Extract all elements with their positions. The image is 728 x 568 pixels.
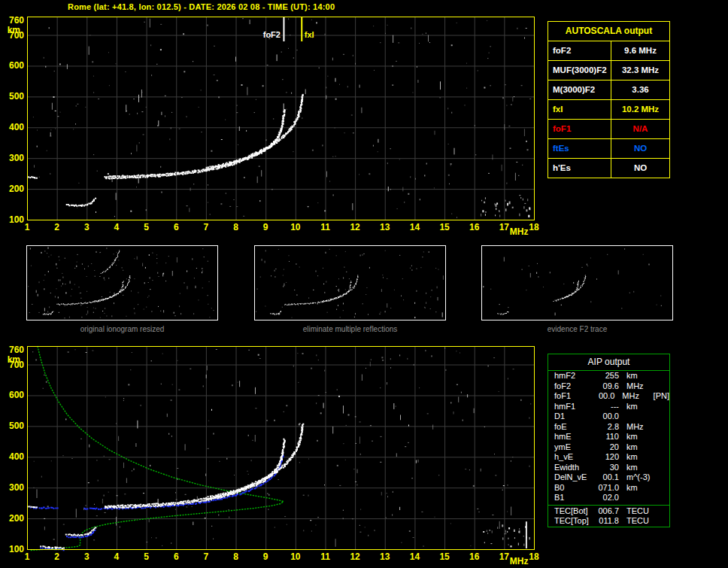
fxI-marker: fxI (302, 17, 314, 41)
aip-table-title: AIP output (548, 354, 669, 371)
autoscaled-trace (30, 454, 284, 551)
aip-row-tectop: TEC[Top]011.8TECU (548, 516, 669, 527)
aip-unit: MHz (614, 391, 651, 402)
x-axis-ticks: 123456789101112131415161718MHz (25, 551, 539, 566)
svg-text:300: 300 (9, 153, 24, 163)
aip-value: 255 (593, 371, 619, 381)
svg-text:1: 1 (25, 222, 30, 232)
autoscala-row-fxi: fxI10.2 MHz (548, 99, 669, 119)
aip-row-hve: h_vE120km (548, 452, 669, 463)
aip-row-yme: ymE20km (548, 442, 669, 453)
aip-name: h_vE (554, 452, 593, 463)
aip-unit: TECU (619, 506, 658, 517)
aip-value: 20 (593, 442, 619, 453)
parameter-label: foF2 (548, 41, 611, 60)
parameter-value: 10.2 MHz (611, 100, 669, 119)
y-axis-ticks: 760700600500400300200100km (8, 15, 25, 225)
svg-text:4: 4 (114, 222, 120, 232)
aip-value: 110 (593, 432, 619, 442)
aip-value: 071.0 (593, 483, 619, 494)
aip-row-tecbot: TEC[Bot]006.7TECU (548, 506, 669, 517)
thumbnail-plot-1 (27, 246, 218, 320)
aip-extra (658, 371, 660, 381)
aip-value: --- (593, 402, 619, 412)
aip-unit: km (619, 442, 658, 453)
aip-unit: km (619, 483, 658, 494)
svg-text:12: 12 (350, 222, 360, 232)
aip-name: foF1 (554, 391, 591, 402)
svg-text:760: 760 (9, 345, 24, 355)
aip-value: 011.8 (593, 516, 619, 527)
svg-text:7: 7 (204, 551, 209, 562)
parameter-label: h'Es (548, 159, 611, 178)
svg-text:13: 13 (380, 222, 390, 232)
aip-name: foE (554, 422, 593, 433)
aip-row-foe: foE2.8MHz (548, 422, 669, 433)
svg-text:5: 5 (144, 222, 149, 232)
autoscala-app: 123456789101112131415161718MHz7607006005… (0, 0, 728, 568)
aip-extra (658, 402, 660, 412)
thumbnail-caption-eliminate: eliminate multiple reflections (254, 325, 446, 333)
aip-name: hmF2 (554, 371, 593, 381)
svg-text:16: 16 (469, 551, 480, 562)
autoscala-row-m3000f2: M(3000)F23.36 (548, 80, 669, 99)
aip-extra (658, 442, 660, 453)
grid (27, 17, 534, 220)
parameter-value: 3.36 (611, 80, 669, 99)
autoscala-row-fof2: foF29.6 MHz (548, 41, 669, 60)
aip-value: 006.7 (593, 506, 619, 517)
svg-text:200: 200 (9, 184, 24, 194)
aip-table-rows: hmF2255kmfoF209.6MHzfoF100.0MHz[PN]hmF1-… (548, 371, 669, 503)
aip-unit: km (619, 452, 658, 463)
svg-text:600: 600 (9, 390, 24, 400)
thumbnail-caption-evidence: evidence F2 trace (481, 325, 673, 333)
aip-row-ewidth: Ewidth30km (548, 463, 669, 473)
svg-text:11: 11 (320, 551, 330, 562)
aip-name: Ewidth (554, 463, 593, 473)
svg-text:400: 400 (9, 451, 24, 462)
aip-value: 09.6 (593, 381, 619, 392)
noise-layer (33, 18, 531, 218)
aip-unit: m^(-3) (619, 472, 658, 483)
aip-extra (658, 516, 660, 527)
aip-value: 02.0 (593, 493, 619, 503)
aip-row-fof2: foF209.6MHz (548, 381, 669, 392)
aip-extra (658, 422, 660, 433)
aip-row-fof1: foF100.0MHz[PN] (548, 391, 669, 402)
thumbnail-caption-original: original ionogram resized (26, 325, 218, 333)
aip-row-hmf2: hmF2255km (548, 371, 669, 381)
aip-name: ymE (554, 442, 593, 453)
aip-extra (658, 452, 660, 463)
parameter-value: 9.6 MHz (611, 41, 669, 60)
parameter-label: ftEs (548, 139, 611, 158)
svg-text:10: 10 (290, 551, 301, 562)
svg-text:3: 3 (84, 551, 89, 562)
autoscala-row-fof1: foF1N/A (548, 119, 669, 138)
aip-extra (658, 432, 660, 442)
svg-text:15: 15 (439, 222, 450, 232)
station-date-title: Rome (lat: +41.8, lon: 012.5) - DATE: 20… (68, 2, 335, 11)
svg-text:3: 3 (84, 222, 89, 232)
svg-text:1: 1 (25, 551, 30, 562)
svg-text:5: 5 (144, 551, 149, 562)
svg-text:7: 7 (204, 222, 209, 232)
grid (27, 346, 534, 549)
aip-value: 00.1 (593, 472, 619, 483)
svg-text:6: 6 (174, 222, 179, 232)
aip-value: 00.0 (591, 391, 615, 402)
aip-unit: MHz (619, 422, 658, 433)
thumbnail-plot-3 (482, 246, 673, 320)
aip-name: B0 (554, 483, 593, 494)
svg-text:500: 500 (9, 421, 24, 431)
parameter-value: 32.3 MHz (611, 61, 669, 80)
aip-name: TEC[Top] (554, 516, 593, 527)
aip-unit (619, 493, 658, 503)
svg-text:500: 500 (9, 91, 24, 102)
autoscala-row-muf3000f2: MUF(3000)F232.3 MHz (548, 60, 669, 80)
svg-text:16: 16 (469, 222, 480, 232)
aip-extra (658, 483, 660, 494)
autoscala-row-hes: h'EsNO (548, 158, 669, 178)
aip-row-hme: hmE110km (548, 432, 669, 442)
ionogram-trace (28, 94, 304, 207)
svg-text:foF2: foF2 (263, 30, 281, 39)
